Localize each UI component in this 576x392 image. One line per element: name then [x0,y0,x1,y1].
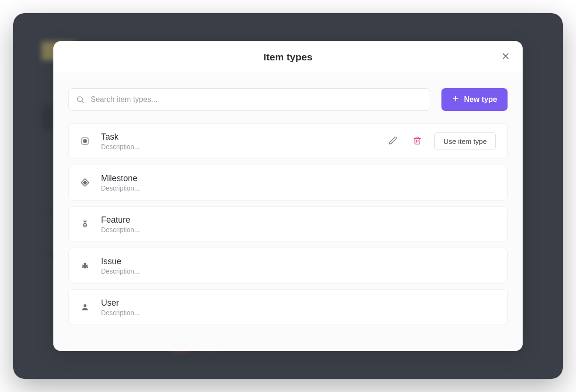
svg-line-16 [82,265,84,266]
diamond-icon [80,178,90,187]
item-row-user[interactable]: User Description... [68,289,508,325]
use-item-type-button[interactable]: Use item type [434,132,496,150]
modal-body: New type Task Description... [53,73,523,351]
item-description: Description... [101,143,374,150]
item-actions: Use item type [385,132,496,150]
item-name: Feature [101,215,496,225]
svg-line-17 [86,265,88,266]
item-name: User [101,298,496,308]
item-text: Task Description... [101,132,374,150]
bug-icon [80,261,90,270]
svg-line-19 [86,267,88,268]
square-icon [80,136,90,146]
item-list: Task Description... Use item type [68,123,508,325]
svg-line-18 [82,267,84,268]
svg-point-13 [85,225,86,226]
close-button[interactable] [498,50,513,65]
modal-title: Item types [263,51,313,63]
item-name: Task [101,132,374,142]
toolbar: New type [68,88,508,111]
item-text: Milestone Description... [101,174,496,192]
modal-header: Item types [53,41,523,73]
svg-rect-11 [83,181,86,184]
item-row-milestone[interactable]: Milestone Description... [68,165,508,200]
item-description: Description... [101,309,496,317]
plus-icon [452,95,459,104]
item-text: User Description... [101,298,496,317]
item-text: Issue Description... [101,257,496,275]
item-row-issue[interactable]: Issue Description... [68,248,508,284]
item-text: Feature Description... [101,215,496,234]
svg-point-24 [84,304,86,307]
trash-icon [413,136,422,146]
svg-rect-7 [84,140,86,142]
medal-icon [80,219,90,229]
svg-line-23 [86,263,86,264]
pencil-icon [389,136,397,146]
search-wrap [68,88,430,111]
svg-line-3 [82,101,84,103]
item-description: Description... [101,267,496,275]
new-type-button[interactable]: New type [441,88,508,111]
item-description: Description... [101,184,496,192]
item-name: Issue [101,257,496,267]
search-icon [76,95,85,104]
item-row-feature[interactable]: Feature Description... [68,206,508,242]
item-types-modal: Item types New type [53,41,523,351]
item-row-task[interactable]: Task Description... Use item type [68,123,508,159]
delete-button[interactable] [410,133,425,149]
search-input[interactable] [68,88,430,111]
edit-button[interactable] [385,133,400,149]
new-type-label: New type [464,95,497,104]
close-icon [501,51,510,62]
item-name: Milestone [101,174,496,183]
item-description: Description... [101,226,496,234]
user-icon [80,302,90,312]
svg-line-22 [84,263,85,264]
